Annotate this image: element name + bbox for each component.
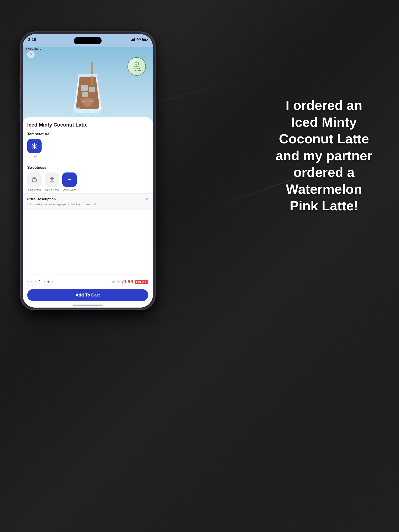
svg-point-21 bbox=[34, 146, 35, 147]
svg-rect-2 bbox=[81, 85, 88, 91]
status-indicators: 4G bbox=[131, 38, 147, 41]
side-text-container: I ordered an Iced Minty Coconut Latte an… bbox=[272, 97, 376, 214]
temperature-section-label: Temperature bbox=[27, 132, 148, 136]
svg-point-11 bbox=[135, 62, 136, 63]
app-store-back-nav[interactable]: ‹ App Store bbox=[26, 47, 41, 51]
less-sweet-icon bbox=[31, 176, 38, 183]
least-sweet-icon bbox=[66, 176, 73, 183]
extra-cooling-badge: EXTRACOOLINGSENSATION bbox=[127, 57, 146, 76]
svg-rect-22 bbox=[32, 178, 37, 182]
least-sweet-option[interactable]: Least sweet bbox=[62, 172, 77, 191]
quantity-price-row: − 1 + $8.50 $0.99 88% OFF bbox=[27, 278, 148, 286]
close-button[interactable]: ✕ bbox=[27, 51, 35, 58]
price-desc-text: 1. Original Price: Price displayed in bl… bbox=[27, 203, 148, 206]
quantity-value: 1 bbox=[39, 279, 41, 284]
svg-point-13 bbox=[135, 64, 136, 65]
regular-sweet-label: Regular sweet bbox=[44, 188, 60, 191]
svg-rect-8 bbox=[92, 108, 101, 116]
iced-button[interactable] bbox=[27, 139, 42, 153]
svg-point-16 bbox=[136, 64, 137, 65]
phone-frame: 2:16 4G ‹ App St bbox=[21, 32, 155, 309]
svg-rect-24 bbox=[50, 178, 54, 182]
quantity-control: − 1 + bbox=[27, 278, 53, 286]
phone-screen: 2:16 4G ‹ App St bbox=[23, 34, 153, 308]
back-chevron-icon: ‹ bbox=[26, 47, 27, 51]
expand-icon[interactable]: ∨ bbox=[146, 197, 148, 201]
regular-sweet-option[interactable]: Regular sweet bbox=[44, 172, 60, 191]
svg-rect-4 bbox=[82, 92, 88, 97]
regular-sweet-button[interactable] bbox=[45, 172, 59, 187]
temperature-divider bbox=[23, 162, 153, 162]
status-time: 2:16 bbox=[28, 38, 36, 42]
svg-rect-9 bbox=[82, 110, 91, 117]
add-to-cart-button[interactable]: Add To Cart bbox=[27, 289, 148, 301]
side-text: I ordered an Iced Minty Coconut Latte an… bbox=[272, 97, 376, 214]
less-sweet-button[interactable] bbox=[27, 172, 42, 187]
less-sweet-option[interactable]: Less sweet bbox=[27, 172, 42, 191]
price-desc-title: Price Description bbox=[27, 197, 56, 201]
dynamic-island bbox=[74, 37, 101, 44]
sweetness-section-label: Sweetness bbox=[27, 165, 148, 170]
phone-device: 2:16 4G ‹ App St bbox=[21, 32, 155, 309]
sweetness-options: Less sweet Regular sweet bbox=[27, 172, 148, 191]
product-image-area: luckin coffee bbox=[23, 34, 153, 122]
bottom-action-bar: − 1 + $8.50 $0.99 88% OFF Add To Cart bbox=[23, 275, 153, 308]
quantity-plus-button[interactable]: + bbox=[44, 278, 53, 286]
svg-point-12 bbox=[138, 62, 139, 63]
product-title: Iced Minty Coconut Latte bbox=[27, 122, 148, 128]
app-store-back-label: App Store bbox=[28, 47, 41, 50]
bottom-spacer bbox=[27, 210, 148, 237]
regular-sweet-icon bbox=[49, 176, 55, 183]
least-sweet-button[interactable] bbox=[62, 172, 77, 187]
price-description-section: Price Description ∨ 1. Original Price: P… bbox=[23, 193, 153, 210]
snowflake-icon bbox=[31, 142, 38, 150]
svg-text:luckin coffee: luckin coffee bbox=[81, 101, 94, 103]
signal-icon bbox=[131, 38, 135, 41]
iced-label: Iced bbox=[32, 155, 37, 158]
temperature-option-iced[interactable]: Iced bbox=[27, 139, 42, 158]
coffee-cup-image: luckin coffee bbox=[67, 53, 108, 117]
svg-point-14 bbox=[138, 64, 139, 65]
status-bar: 2:16 4G bbox=[23, 34, 153, 47]
temperature-options: Iced bbox=[27, 139, 148, 158]
battery-icon bbox=[142, 38, 147, 41]
discount-badge: 88% OFF bbox=[135, 280, 148, 284]
svg-point-15 bbox=[136, 62, 137, 63]
price-desc-header[interactable]: Price Description ∨ bbox=[27, 197, 148, 201]
network-label: 4G bbox=[136, 38, 141, 41]
least-sweet-label: Least sweet bbox=[63, 188, 76, 191]
home-indicator bbox=[73, 304, 103, 306]
original-price: $8.50 bbox=[112, 280, 120, 284]
svg-rect-3 bbox=[89, 87, 95, 92]
svg-rect-6 bbox=[91, 62, 93, 85]
price-area: $8.50 $0.99 88% OFF bbox=[112, 279, 148, 285]
power-button bbox=[155, 92, 156, 115]
sale-price: $0.99 bbox=[121, 279, 133, 285]
less-sweet-label: Less sweet bbox=[28, 188, 41, 191]
quantity-minus-button[interactable]: − bbox=[27, 278, 36, 286]
